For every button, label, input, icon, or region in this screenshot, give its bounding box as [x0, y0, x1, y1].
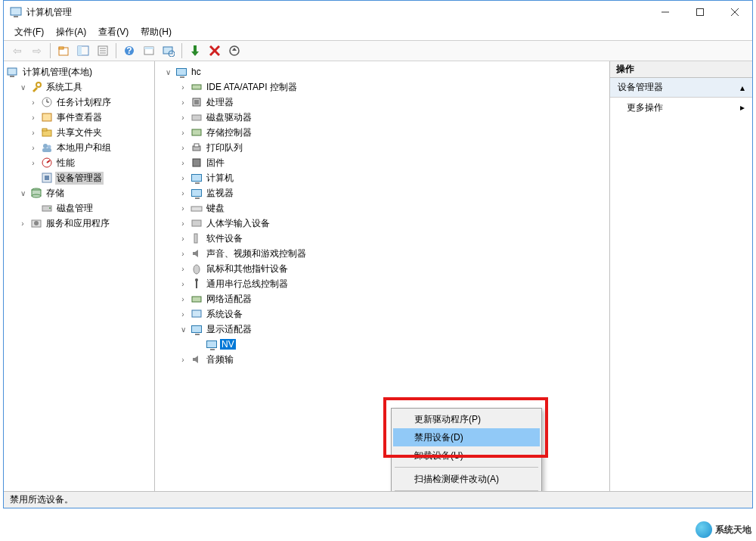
- device-cpu[interactable]: ›处理器: [155, 95, 609, 110]
- toolbar-separator: [50, 43, 51, 58]
- device-sound[interactable]: ›声音、视频和游戏控制器: [155, 246, 609, 261]
- tree-label: NV: [220, 339, 236, 350]
- minimize-button[interactable]: [648, 1, 683, 23]
- tree-services-apps[interactable]: › 服务和应用程序: [4, 216, 154, 231]
- gpu-icon: [206, 338, 218, 350]
- help-toolbar-button[interactable]: ?: [120, 42, 138, 59]
- device-root[interactable]: ∨ hc: [155, 64, 609, 79]
- menu-view[interactable]: 查看(V): [94, 24, 133, 40]
- device-print-queue[interactable]: ›打印队列: [155, 140, 609, 155]
- disable-device-toolbar-button[interactable]: [206, 42, 224, 59]
- device-tree-pane[interactable]: ∨ hc ›IDE ATA/ATAPI 控制器 ›处理器 ›磁盘驱动器 ›存储控…: [155, 61, 610, 491]
- device-soft-dev[interactable]: ›软件设备: [155, 231, 609, 246]
- close-button[interactable]: [717, 1, 752, 23]
- tree-system-tools[interactable]: ∨ 系统工具: [4, 79, 154, 95]
- expand-icon[interactable]: ›: [178, 280, 188, 288]
- device-storage-ctrl[interactable]: ›存储控制器: [155, 125, 609, 140]
- svg-point-63: [195, 278, 198, 281]
- tree-disk-management[interactable]: 磁盘管理: [4, 201, 154, 216]
- tree-label: IDE ATA/ATAPI 控制器: [205, 81, 299, 94]
- expand-icon[interactable]: ›: [178, 113, 188, 122]
- expand-icon[interactable]: ›: [178, 310, 188, 319]
- device-hid[interactable]: ›人体学输入设备: [155, 216, 609, 231]
- maximize-button[interactable]: [683, 1, 717, 23]
- expand-icon[interactable]: ›: [178, 159, 188, 167]
- device-ide[interactable]: ›IDE ATA/ATAPI 控制器: [155, 79, 609, 95]
- collapse-icon[interactable]: ∨: [17, 189, 28, 197]
- device-disk[interactable]: ›磁盘驱动器: [155, 110, 609, 125]
- expand-icon[interactable]: ›: [178, 189, 188, 197]
- more-actions-item[interactable]: 更多操作 ▸: [610, 98, 752, 117]
- menu-update-driver[interactable]: 更新驱动程序(P): [393, 410, 540, 428]
- svg-rect-59: [194, 234, 197, 243]
- svg-rect-64: [192, 297, 201, 302]
- device-monitor[interactable]: ›监视器: [155, 185, 609, 201]
- forward-button[interactable]: ⇨: [28, 42, 46, 59]
- expand-icon[interactable]: ›: [178, 144, 188, 152]
- tree-local-users[interactable]: › 本地用户和组: [4, 140, 154, 155]
- device-mouse[interactable]: ›鼠标和其他指针设备: [155, 261, 609, 276]
- device-firmware[interactable]: ›固件: [155, 155, 609, 170]
- collapse-icon[interactable]: ∨: [163, 68, 173, 76]
- expand-icon[interactable]: ›: [28, 129, 39, 137]
- actions-pane: 操作 设备管理器 ▴ 更多操作 ▸: [610, 61, 752, 491]
- device-computer[interactable]: ›计算机: [155, 170, 609, 185]
- properties-toolbar-button[interactable]: [94, 42, 112, 59]
- tree-label: hc: [190, 67, 203, 77]
- update-driver-toolbar-button[interactable]: [225, 42, 243, 59]
- tree-label: 任务计划程序: [55, 96, 113, 109]
- menu-scan-hardware[interactable]: 扫描检测硬件改动(A): [393, 470, 540, 488]
- toolbar-btn-6[interactable]: [140, 42, 158, 59]
- collapse-icon[interactable]: ∨: [178, 325, 188, 334]
- device-audio-io[interactable]: ›音频输: [155, 352, 609, 367]
- expand-icon[interactable]: ›: [178, 250, 188, 258]
- expand-icon[interactable]: ›: [28, 159, 39, 167]
- svg-rect-18: [163, 47, 172, 54]
- enable-device-toolbar-button[interactable]: [186, 42, 204, 59]
- tree-task-scheduler[interactable]: › 任务计划程序: [4, 95, 154, 110]
- expand-icon[interactable]: ›: [178, 83, 188, 92]
- menu-help[interactable]: 帮助(H): [136, 24, 176, 40]
- expand-icon[interactable]: ›: [28, 144, 39, 152]
- scan-hardware-toolbar-button[interactable]: [160, 42, 178, 59]
- expand-icon[interactable]: ›: [28, 98, 39, 107]
- svg-point-48: [34, 221, 39, 225]
- svg-rect-7: [59, 47, 64, 49]
- expand-icon[interactable]: ›: [17, 219, 28, 228]
- device-sys-dev[interactable]: ›系统设备: [155, 306, 609, 322]
- expand-icon[interactable]: ›: [178, 356, 188, 364]
- expand-icon[interactable]: ›: [178, 219, 188, 228]
- expand-icon[interactable]: ›: [178, 265, 188, 273]
- svg-rect-32: [42, 113, 51, 121]
- tree-storage[interactable]: ∨ 存储: [4, 185, 154, 201]
- actions-section-title[interactable]: 设备管理器 ▴: [610, 78, 752, 98]
- tree-performance[interactable]: › 性能: [4, 155, 154, 170]
- expand-icon[interactable]: ›: [28, 113, 39, 122]
- device-keyboard[interactable]: ›键盘: [155, 201, 609, 216]
- expand-icon[interactable]: ›: [178, 129, 188, 137]
- tree-shared-folders[interactable]: › 共享文件夹: [4, 125, 154, 140]
- tree-device-manager[interactable]: 设备管理器: [4, 170, 154, 185]
- device-usb[interactable]: ›通用串行总线控制器: [155, 276, 609, 291]
- up-button[interactable]: [54, 42, 73, 59]
- expand-icon[interactable]: ›: [178, 235, 188, 243]
- collapse-icon[interactable]: ∨: [17, 83, 28, 92]
- menu-uninstall-device[interactable]: 卸载设备(U): [393, 446, 540, 465]
- submenu-arrow-icon: ▸: [740, 102, 745, 113]
- tree-event-viewer[interactable]: › 事件查看器: [4, 110, 154, 125]
- menu-file[interactable]: 文件(F): [10, 24, 48, 40]
- left-tree-pane[interactable]: 计算机管理(本地) ∨ 系统工具 › 任务计划程序 › 事件查看器 › 共享文件…: [4, 61, 155, 491]
- expand-icon[interactable]: ›: [178, 295, 188, 303]
- tree-label: 固件: [205, 157, 226, 169]
- menu-disable-device[interactable]: 禁用设备(D): [393, 428, 540, 446]
- back-button[interactable]: ⇦: [8, 42, 26, 59]
- expand-icon[interactable]: ›: [178, 174, 188, 182]
- device-display[interactable]: ∨显示适配器: [155, 322, 609, 337]
- device-network[interactable]: ›网络适配器: [155, 291, 609, 306]
- menu-action[interactable]: 操作(A): [51, 24, 91, 40]
- expand-icon[interactable]: ›: [178, 204, 188, 213]
- tree-root-computer-management[interactable]: 计算机管理(本地): [4, 64, 154, 79]
- show-hide-tree-button[interactable]: [74, 42, 92, 59]
- expand-icon[interactable]: ›: [178, 98, 188, 107]
- device-nvidia-adapter[interactable]: NV: [155, 337, 609, 352]
